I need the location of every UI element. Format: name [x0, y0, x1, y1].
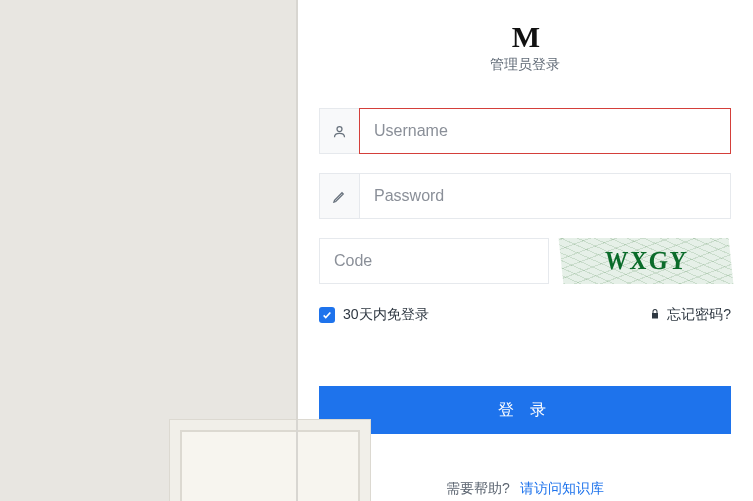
- forgot-password-link[interactable]: 忘记密码?: [649, 306, 731, 324]
- help-question: 需要帮助?: [446, 480, 510, 498]
- remember-label: 30天内免登录: [343, 306, 429, 324]
- password-input[interactable]: [359, 173, 731, 219]
- decorative-frame: [170, 420, 370, 501]
- remember-checkbox[interactable]: 30天内免登录: [319, 306, 429, 324]
- login-form: WXGY 30天内免登录: [319, 108, 731, 434]
- pencil-icon: [319, 173, 359, 219]
- help-link[interactable]: 请访问知识库: [520, 480, 604, 498]
- checkbox-checked-icon: [319, 307, 335, 323]
- login-subtitle: 管理员登录: [490, 56, 560, 74]
- decorative-left-pane: [0, 0, 297, 501]
- brand-logo: M: [490, 20, 560, 54]
- lock-icon: [649, 307, 661, 323]
- login-button[interactable]: 登 录: [319, 386, 731, 434]
- captcha-code-input[interactable]: [319, 238, 549, 284]
- user-icon: [319, 108, 359, 154]
- captcha-image[interactable]: WXGY: [559, 238, 734, 284]
- svg-point-0: [337, 126, 342, 131]
- username-input[interactable]: [359, 108, 731, 154]
- forgot-password-label: 忘记密码?: [667, 306, 731, 324]
